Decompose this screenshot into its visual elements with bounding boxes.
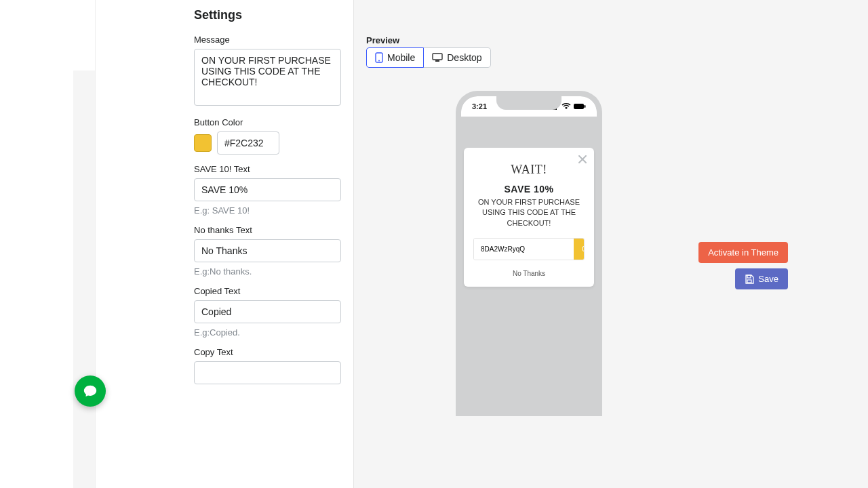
save-button-label: Save [758, 274, 778, 284]
copied-text-input[interactable] [194, 300, 341, 323]
popup-message: ON YOUR FIRST PURCHASE USING THIS CODE A… [473, 197, 585, 228]
clock: 3:21 [472, 102, 487, 110]
svg-point-1 [378, 60, 380, 62]
preview-toggle: Mobile Desktop [366, 47, 491, 68]
label-no-thanks: No thanks Text [194, 225, 341, 235]
desktop-icon [432, 53, 443, 62]
svg-rect-8 [574, 104, 584, 109]
code-input[interactable] [474, 239, 574, 260]
phone-notch [496, 96, 561, 110]
popup-title: WAIT! [473, 163, 585, 177]
page-gutter-left [0, 0, 73, 488]
code-row: Copy [473, 238, 585, 260]
save-icon [745, 274, 754, 284]
activate-in-theme-button[interactable]: Activate in Theme [698, 242, 788, 263]
hint-save-text: E.g: SAVE 10! [194, 205, 341, 216]
svg-rect-9 [585, 105, 586, 108]
exit-intent-popup: WAIT! SAVE 10% ON YOUR FIRST PURCHASE US… [464, 148, 594, 287]
preview-label: Preview [366, 35, 399, 45]
save-text-input[interactable] [194, 178, 341, 201]
chat-fab[interactable] [75, 375, 106, 407]
color-swatch[interactable] [194, 134, 212, 152]
toggle-desktop-label: Desktop [447, 52, 481, 63]
preview-area: Preview Mobile Desktop 3:21 [354, 0, 868, 488]
hint-no-thanks: E.g:No thanks. [194, 266, 341, 277]
color-hex-input[interactable] [217, 131, 279, 155]
message-textarea[interactable] [194, 49, 341, 106]
copy-text-input[interactable] [194, 361, 341, 384]
svg-rect-2 [433, 54, 442, 60]
no-thanks-link[interactable]: No Thanks [473, 270, 585, 277]
save-button[interactable]: Save [735, 268, 788, 289]
hint-copied-text: E.g:Copied. [194, 327, 341, 338]
no-thanks-input[interactable] [194, 239, 341, 262]
battery-icon [574, 103, 586, 110]
svg-rect-3 [435, 60, 439, 62]
mobile-icon [375, 52, 383, 63]
phone-mockup: 3:21 WAIT! SAVE 10% ON YOUR FIRST PURCHA… [456, 91, 602, 416]
svg-rect-11 [747, 280, 751, 283]
label-copy-text: Copy Text [194, 347, 341, 357]
label-copied-text: Copied Text [194, 286, 341, 296]
chat-icon [83, 384, 98, 399]
copy-button[interactable]: Copy [574, 239, 585, 260]
toggle-mobile[interactable]: Mobile [366, 47, 424, 68]
label-save-text: SAVE 10! Text [194, 164, 341, 174]
settings-panel: Settings Message Button Color SAVE 10! T… [167, 0, 354, 488]
popup-save: SAVE 10% [473, 184, 585, 195]
wifi-icon [561, 103, 571, 110]
label-button-color: Button Color [194, 117, 341, 127]
phone-screen: 3:21 WAIT! SAVE 10% ON YOUR FIRST PURCHA… [461, 96, 597, 416]
settings-heading: Settings [194, 8, 353, 22]
label-message: Message [194, 35, 341, 45]
close-icon[interactable] [578, 155, 587, 166]
floating-actions: Activate in Theme Save [698, 242, 788, 289]
toggle-desktop[interactable]: Desktop [423, 47, 490, 68]
toggle-mobile-label: Mobile [387, 52, 415, 63]
